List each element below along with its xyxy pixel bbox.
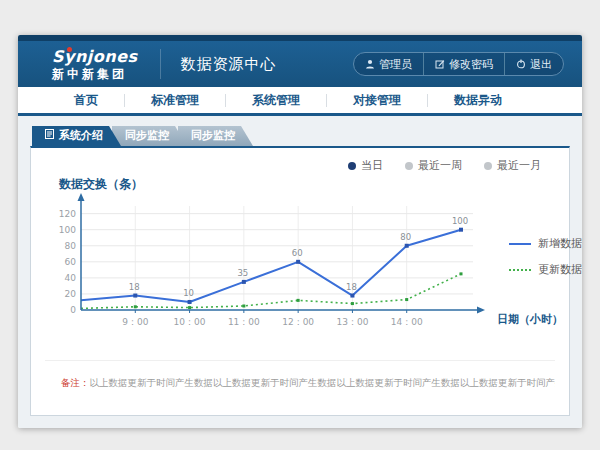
logo-text: Synjones <box>52 49 138 65</box>
nav-item-home[interactable]: 首页 <box>48 94 124 107</box>
chart-area: 数据交换（条） 0204060801001209：0010：0011：0012：… <box>39 176 561 362</box>
green-dotted-swatch-icon <box>509 269 531 271</box>
x-axis-title: 日期（小时） <box>497 312 563 327</box>
svg-text:100: 100 <box>452 216 468 226</box>
company-logo[interactable]: Synjones 新中新集团 <box>52 49 138 80</box>
svg-text:60: 60 <box>65 257 77 267</box>
nav-item-standard-mgmt[interactable]: 标准管理 <box>124 94 225 107</box>
svg-text:80: 80 <box>400 232 411 242</box>
tab-sync-monitor-1[interactable]: 同步监控 <box>112 126 187 146</box>
user-icon <box>365 59 375 69</box>
nav-item-integration-mgmt[interactable]: 对接管理 <box>326 94 427 107</box>
logo-subtitle: 新中新集团 <box>52 68 138 80</box>
change-password-label: 修改密码 <box>449 57 493 72</box>
svg-text:12：00: 12：00 <box>282 317 314 327</box>
svg-text:40: 40 <box>65 273 77 283</box>
radio-icon <box>405 162 413 170</box>
svg-text:11：00: 11：00 <box>228 317 260 327</box>
time-range-filters: 当日 最近一周 最近一月 <box>348 158 541 173</box>
line-chart: 0204060801001209：0010：0011：0012：0013：001… <box>45 192 505 344</box>
tab-label: 同步监控 <box>191 126 235 146</box>
chart-legend: 新增数据 更新数据 <box>509 236 582 288</box>
svg-text:120: 120 <box>59 209 76 219</box>
filter-last-month[interactable]: 最近一月 <box>484 158 541 173</box>
tab-label: 系统介绍 <box>59 126 103 146</box>
nav-item-system-mgmt[interactable]: 系统管理 <box>225 94 326 107</box>
svg-text:0: 0 <box>70 305 76 315</box>
header: Synjones 新中新集团 数据资源中心 管理员 修改密码 <box>18 41 582 87</box>
svg-text:9：00: 9：00 <box>122 317 148 327</box>
tab-system-intro[interactable]: 系统介绍 <box>32 126 121 146</box>
admin-label: 管理员 <box>379 57 412 72</box>
logout-label: 退出 <box>530 57 552 72</box>
app-window: Synjones 新中新集团 数据资源中心 管理员 修改密码 <box>18 35 582 428</box>
radio-icon <box>348 162 356 170</box>
legend-label: 更新数据 <box>538 262 582 277</box>
svg-text:18: 18 <box>129 282 140 292</box>
note-label: 备注： <box>61 377 90 388</box>
svg-text:10：00: 10：00 <box>174 317 206 327</box>
power-icon <box>516 59 526 69</box>
y-axis-title: 数据交换（条） <box>59 176 143 193</box>
footer-note: 备注：以上数据更新于时间产生数据以上数据更新于时间产生数据以上数据更新于时间产生… <box>45 360 555 390</box>
admin-button[interactable]: 管理员 <box>354 53 423 75</box>
svg-text:60: 60 <box>292 248 303 258</box>
svg-text:13：00: 13：00 <box>336 317 368 327</box>
page-title: 数据资源中心 <box>160 49 277 79</box>
main-nav: 首页 标准管理 系统管理 对接管理 数据异动 <box>18 87 582 116</box>
svg-text:100: 100 <box>59 225 76 235</box>
tab-sync-monitor-2[interactable]: 同步监控 <box>178 126 253 146</box>
edit-icon <box>435 59 445 69</box>
blue-line-swatch-icon <box>509 243 531 245</box>
note-text: 以上数据更新于时间产生数据以上数据更新于时间产生数据以上数据更新于时间产生数据以… <box>90 377 556 388</box>
legend-new-data[interactable]: 新增数据 <box>509 236 582 251</box>
svg-text:35: 35 <box>237 268 248 278</box>
legend-updated-data[interactable]: 更新数据 <box>509 262 582 277</box>
svg-text:20: 20 <box>65 289 77 299</box>
legend-label: 新增数据 <box>538 236 582 251</box>
filter-label: 最近一周 <box>418 158 462 173</box>
logo-red-dot-icon <box>67 47 72 52</box>
svg-text:18: 18 <box>346 282 357 292</box>
user-menu: 管理员 修改密码 退出 <box>353 52 564 76</box>
content-area: 系统介绍 同步监控 同步监控 当日 最近一周 <box>18 116 582 428</box>
filter-label: 当日 <box>361 158 383 173</box>
chart-panel: 当日 最近一周 最近一月 数据交换（条） 0204060801001209：00… <box>30 146 570 416</box>
svg-text:14：00: 14：00 <box>391 317 423 327</box>
filter-last-week[interactable]: 最近一周 <box>405 158 462 173</box>
radio-icon <box>484 162 492 170</box>
svg-text:80: 80 <box>65 241 77 251</box>
document-icon <box>45 126 54 146</box>
change-password-button[interactable]: 修改密码 <box>423 53 504 75</box>
tab-bar: 系统介绍 同步监控 同步监控 <box>32 126 570 146</box>
filter-today[interactable]: 当日 <box>348 158 383 173</box>
filter-label: 最近一月 <box>497 158 541 173</box>
nav-item-data-changes[interactable]: 数据异动 <box>427 94 528 107</box>
tab-label: 同步监控 <box>125 126 169 146</box>
svg-text:10: 10 <box>183 288 194 298</box>
logout-button[interactable]: 退出 <box>504 53 563 75</box>
